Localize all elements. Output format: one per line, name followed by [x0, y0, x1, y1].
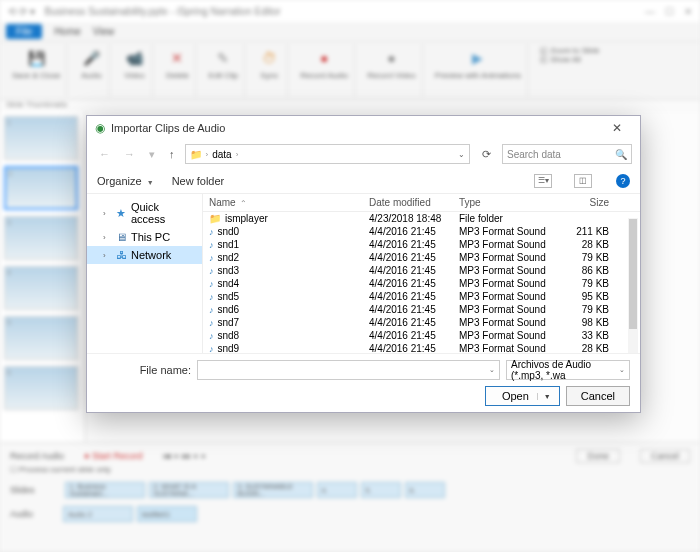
open-button[interactable]: Open▼ [485, 386, 560, 406]
dialog-footer: File name: ⌄ Archivos de Audio (*.mp3, *… [87, 353, 640, 412]
filename-input[interactable]: ⌄ [197, 360, 500, 380]
col-name-header[interactable]: Name⌃ [209, 197, 369, 208]
chevron-right-icon: › [206, 150, 209, 159]
scrollbar[interactable] [628, 218, 638, 353]
close-button[interactable]: ✕ [602, 121, 632, 135]
path-dropdown-icon[interactable]: ⌄ [458, 150, 465, 159]
nav-up-button[interactable]: ↑ [165, 148, 179, 160]
filetype-filter[interactable]: Archivos de Audio (*.mp3, *.wa⌄ [506, 360, 630, 380]
file-row[interactable]: 📁ismplayer4/23/2018 18:48File folder [203, 212, 640, 225]
col-size-header[interactable]: Size [559, 197, 609, 208]
tree-item-quick-access[interactable]: ›★Quick access [87, 198, 202, 228]
nav-recent-dropdown[interactable]: ▾ [145, 148, 159, 161]
file-row[interactable]: ♪snd64/4/2016 21:45MP3 Format Sound79 KB [203, 303, 640, 316]
dialog-title: Importar Clips de Audio [111, 122, 225, 134]
file-row[interactable]: ♪snd44/4/2016 21:45MP3 Format Sound79 KB [203, 277, 640, 290]
help-button[interactable]: ? [616, 174, 630, 188]
tree-item-network[interactable]: ›🖧Network [87, 246, 202, 264]
file-row[interactable]: ♪snd84/4/2016 21:45MP3 Format Sound33 KB [203, 329, 640, 342]
search-icon: 🔍 [615, 149, 627, 160]
address-bar[interactable]: 📁 › data › ⌄ [185, 144, 471, 164]
cancel-button[interactable]: Cancel [566, 386, 630, 406]
nav-forward-button[interactable]: → [120, 148, 139, 160]
chevron-right-icon: › [236, 150, 239, 159]
dialog-toolbar: Organize ▼ New folder ☰▾ ◫ ? [87, 168, 640, 194]
nav-back-button[interactable]: ← [95, 148, 114, 160]
search-input[interactable]: Search data 🔍 [502, 144, 632, 164]
file-list: Name⌃ Date modified Type Size 📁ismplayer… [203, 194, 640, 353]
ispring-icon: ◉ [95, 121, 105, 135]
file-row[interactable]: ♪snd04/4/2016 21:45MP3 Format Sound211 K… [203, 225, 640, 238]
file-open-dialog: ◉ Importar Clips de Audio ✕ ← → ▾ ↑ 📁 › … [86, 115, 641, 413]
path-segment[interactable]: data [212, 149, 231, 160]
filename-label: File name: [97, 364, 191, 376]
organize-button[interactable]: Organize ▼ [97, 175, 154, 187]
file-row[interactable]: ♪snd34/4/2016 21:45MP3 Format Sound86 KB [203, 264, 640, 277]
new-folder-button[interactable]: New folder [172, 175, 225, 187]
file-row[interactable]: ♪snd14/4/2016 21:45MP3 Format Sound28 KB [203, 238, 640, 251]
folder-icon: 📁 [190, 149, 202, 160]
column-headers: Name⌃ Date modified Type Size [203, 194, 640, 212]
tree-item-this-pc[interactable]: ›🖥This PC [87, 228, 202, 246]
view-mode-button[interactable]: ☰▾ [534, 174, 552, 188]
dialog-titlebar: ◉ Importar Clips de Audio ✕ [87, 116, 640, 140]
file-row[interactable]: ♪snd24/4/2016 21:45MP3 Format Sound79 KB [203, 251, 640, 264]
file-row[interactable]: ♪snd94/4/2016 21:45MP3 Format Sound28 KB [203, 342, 640, 353]
file-row[interactable]: ♪snd74/4/2016 21:45MP3 Format Sound98 KB [203, 316, 640, 329]
refresh-button[interactable]: ⟳ [476, 148, 496, 161]
preview-pane-button[interactable]: ◫ [574, 174, 592, 188]
col-date-header[interactable]: Date modified [369, 197, 459, 208]
nav-bar: ← → ▾ ↑ 📁 › data › ⌄ ⟳ Search data 🔍 [87, 140, 640, 168]
file-row[interactable]: ♪snd54/4/2016 21:45MP3 Format Sound95 KB [203, 290, 640, 303]
nav-tree: ›★Quick access›🖥This PC›🖧Network [87, 194, 203, 353]
col-type-header[interactable]: Type [459, 197, 559, 208]
